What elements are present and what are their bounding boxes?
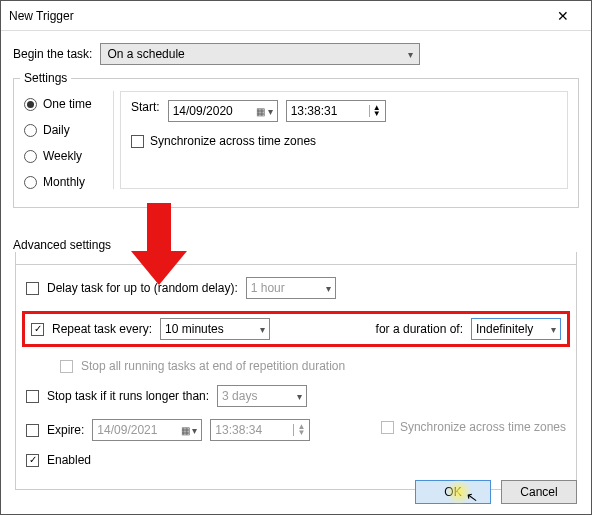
radio-label: Weekly (43, 149, 82, 163)
begin-task-row: Begin the task: On a schedule ▾ (13, 43, 579, 65)
expire-sync-checkbox: Synchronize across time zones (381, 420, 566, 434)
start-date-value: 14/09/2020 (173, 104, 233, 118)
start-date-input[interactable]: 14/09/2020 ▦ ▾ (168, 100, 278, 122)
begin-task-value: On a schedule (107, 47, 184, 61)
enabled-row: Enabled (26, 453, 566, 467)
expire-checkbox[interactable] (26, 424, 39, 437)
dialog-body: Begin the task: On a schedule ▾ Settings… (1, 31, 591, 498)
spinner-icon: ▲▼ (369, 105, 381, 117)
stop-if-label: Stop task if it runs longer than: (47, 389, 209, 403)
radio-icon (24, 98, 37, 111)
stop-all-label: Stop all running tasks at end of repetit… (81, 359, 345, 373)
expire-sync-label: Synchronize across time zones (400, 420, 566, 434)
settings-legend: Settings (20, 71, 71, 85)
repeat-duration-value: Indefinitely (476, 322, 533, 336)
radio-label: Monthly (43, 175, 85, 189)
chevron-down-icon: ▾ (551, 324, 556, 335)
stop-if-checkbox[interactable] (26, 390, 39, 403)
delay-value: 1 hour (251, 281, 285, 295)
start-panel: Start: 14/09/2020 ▦ ▾ 13:38:31 ▲▼ Synchr… (120, 91, 568, 189)
radio-daily[interactable]: Daily (24, 123, 109, 137)
close-button[interactable]: ✕ (543, 2, 583, 30)
ok-button[interactable]: OK ↖ (415, 480, 491, 504)
dialog-buttons: OK ↖ Cancel (415, 480, 577, 504)
expire-time-value: 13:38:34 (215, 423, 262, 437)
sync-label: Synchronize across time zones (150, 134, 316, 148)
repeat-row: Repeat task every: 10 minutes ▾ for a du… (31, 318, 561, 340)
stop-if-value-select[interactable]: 3 days ▾ (217, 385, 307, 407)
expire-label: Expire: (47, 423, 84, 437)
repeat-label: Repeat task every: (52, 322, 152, 336)
repeat-interval-select[interactable]: 10 minutes ▾ (160, 318, 270, 340)
begin-task-label: Begin the task: (13, 47, 92, 61)
stop-all-row: Stop all running tasks at end of repetit… (26, 359, 566, 373)
delay-label: Delay task for up to (random delay): (47, 281, 238, 295)
window-title: New Trigger (9, 9, 74, 23)
checkbox-icon (131, 135, 144, 148)
new-trigger-dialog: New Trigger ✕ Begin the task: On a sched… (0, 0, 592, 515)
enabled-checkbox[interactable] (26, 454, 39, 467)
stop-if-value: 3 days (222, 389, 257, 403)
calendar-icon: ▦ ▾ (256, 106, 273, 117)
radio-monthly[interactable]: Monthly (24, 175, 109, 189)
radio-label: One time (43, 97, 92, 111)
radio-label: Daily (43, 123, 70, 137)
cancel-button[interactable]: Cancel (501, 480, 577, 504)
expire-date-value: 14/09/2021 (97, 423, 157, 437)
expire-row: Expire: 14/09/2021 ▦ ▾ 13:38:34 ▲▼ Synch… (26, 419, 566, 441)
spinner-icon: ▲▼ (293, 424, 305, 436)
advanced-legend: Advanced settings (13, 238, 579, 252)
cancel-label: Cancel (520, 485, 557, 499)
repeat-checkbox[interactable] (31, 323, 44, 336)
checkbox-icon (381, 421, 394, 434)
highlight-annotation: Repeat task every: 10 minutes ▾ for a du… (22, 311, 570, 347)
delay-value-select[interactable]: 1 hour ▾ (246, 277, 336, 299)
start-time-value: 13:38:31 (291, 104, 338, 118)
settings-group: Settings One time Daily Weekly (13, 71, 579, 208)
start-label: Start: (131, 100, 160, 114)
enabled-label: Enabled (47, 453, 91, 467)
delay-checkbox[interactable] (26, 282, 39, 295)
expire-date-input[interactable]: 14/09/2021 ▦ ▾ (92, 419, 202, 441)
cursor-icon: ↖ (465, 488, 480, 506)
radio-icon (24, 124, 37, 137)
chevron-down-icon: ▾ (297, 391, 302, 402)
sync-timezones-checkbox[interactable]: Synchronize across time zones (131, 134, 316, 148)
start-time-input[interactable]: 13:38:31 ▲▼ (286, 100, 386, 122)
ok-label: OK (444, 485, 461, 499)
chevron-down-icon: ▾ (408, 49, 413, 60)
repeat-value: 10 minutes (165, 322, 224, 336)
close-icon: ✕ (557, 8, 569, 24)
titlebar: New Trigger ✕ (1, 1, 591, 31)
repeat-duration-select[interactable]: Indefinitely ▾ (471, 318, 561, 340)
radio-icon (24, 176, 37, 189)
expire-time-input[interactable]: 13:38:34 ▲▼ (210, 419, 310, 441)
radio-one-time[interactable]: One time (24, 97, 109, 111)
delay-row: Delay task for up to (random delay): 1 h… (26, 277, 566, 299)
repeat-duration-label: for a duration of: (376, 322, 463, 336)
calendar-icon: ▦ ▾ (181, 425, 198, 436)
radio-weekly[interactable]: Weekly (24, 149, 109, 163)
stop-if-row: Stop task if it runs longer than: 3 days… (26, 385, 566, 407)
chevron-down-icon: ▾ (326, 283, 331, 294)
advanced-group: Delay task for up to (random delay): 1 h… (15, 252, 577, 490)
radio-icon (24, 150, 37, 163)
begin-task-select[interactable]: On a schedule ▾ (100, 43, 420, 65)
stop-all-checkbox (60, 360, 73, 373)
chevron-down-icon: ▾ (260, 324, 265, 335)
schedule-radio-group: One time Daily Weekly Monthly (24, 91, 114, 189)
